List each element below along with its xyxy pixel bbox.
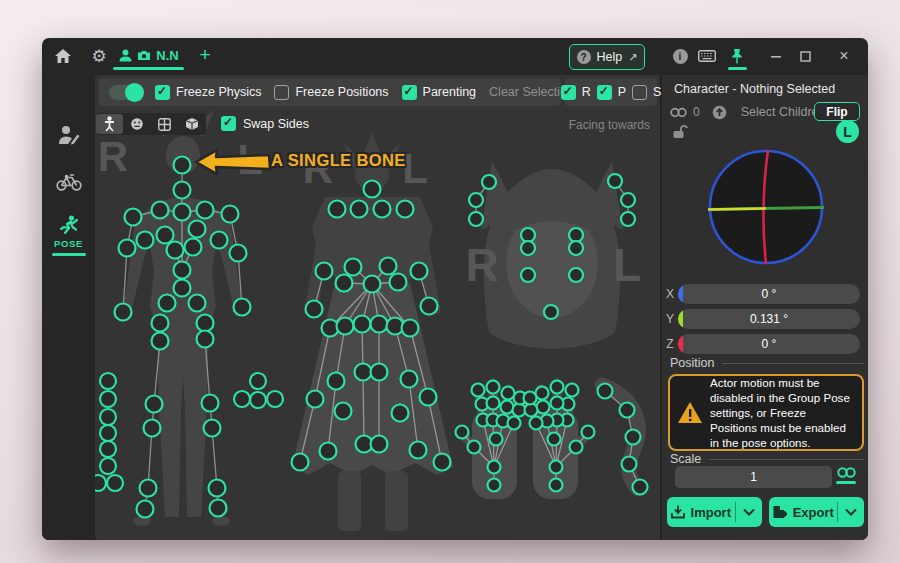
bone-dot-face[interactable] <box>521 241 535 255</box>
bone-dot-body-front[interactable] <box>222 206 239 223</box>
bone-dot-body-back-armored[interactable] <box>336 275 353 292</box>
bone-dot-hand-right[interactable] <box>550 461 563 474</box>
bone-dot-face[interactable] <box>469 212 483 226</box>
bone-dot-body-front[interactable] <box>174 280 191 297</box>
bone-dot-body-front[interactable] <box>197 202 214 219</box>
view-body-button[interactable] <box>96 114 123 134</box>
help-button[interactable]: ? Help ↗ <box>569 44 645 70</box>
bone-dot-body-back-armored[interactable] <box>345 259 362 276</box>
bone-dot-body-front[interactable] <box>115 304 132 321</box>
import-button[interactable]: Import <box>667 497 762 527</box>
side-badge[interactable]: L <box>836 120 859 143</box>
bone-dot-tail[interactable] <box>598 384 613 399</box>
add-tab-button[interactable]: + <box>194 43 216 67</box>
bone-dot-body-front[interactable] <box>174 204 191 221</box>
bone-dot-face[interactable] <box>521 268 535 282</box>
bone-dot-body-back-armored[interactable] <box>335 403 352 420</box>
export-button[interactable]: Export <box>769 497 864 527</box>
bone-dot-body-back-armored[interactable] <box>401 371 418 388</box>
bone-dot-hand-left[interactable] <box>487 397 500 410</box>
close-button[interactable]: × <box>833 45 855 67</box>
bone-dot-hand-left[interactable] <box>487 381 500 394</box>
bone-dot-hair-chain[interactable] <box>100 458 116 474</box>
bone-dot-body-back-armored[interactable] <box>380 258 397 275</box>
bone-dot-hand-right[interactable] <box>524 392 537 405</box>
bone-dot-face[interactable] <box>569 268 583 282</box>
bone-dot-hand-right[interactable] <box>551 381 564 394</box>
bone-dot-face[interactable] <box>569 241 583 255</box>
gizmo-yellow-axis[interactable] <box>708 209 766 210</box>
bone-dot-face[interactable] <box>621 193 635 207</box>
bone-dot-body-back-armored[interactable] <box>411 263 428 280</box>
bone-dot-body-front[interactable] <box>140 480 157 497</box>
bone-dot-hand-right[interactable] <box>551 397 564 410</box>
bone-dot-face[interactable] <box>608 174 622 188</box>
bone-dot-body-back-armored[interactable] <box>329 201 346 218</box>
bone-dot-face[interactable] <box>469 193 483 207</box>
bone-dot-body-front[interactable] <box>230 245 247 262</box>
bone-dot-hair-chain[interactable] <box>107 475 123 491</box>
bone-dot-body-back-armored[interactable] <box>364 276 381 293</box>
bone-dot-tail[interactable] <box>626 430 641 445</box>
bone-dot-hand-left[interactable] <box>456 426 469 439</box>
settings-button[interactable]: ⚙ <box>88 45 110 67</box>
sidebar-tab-pose[interactable]: POSE <box>42 215 95 256</box>
bone-dot-body-back-armored[interactable] <box>402 320 419 337</box>
bone-dot-body-front[interactable] <box>174 262 191 279</box>
x-rotation-input[interactable]: 0 ° <box>678 284 860 304</box>
home-button[interactable] <box>52 45 74 67</box>
bone-dot-body-back-armored[interactable] <box>292 454 309 471</box>
bone-dot-body-front[interactable] <box>119 240 136 257</box>
bone-dot-body-front[interactable] <box>185 239 202 256</box>
bone-dot-hand-right[interactable] <box>570 441 583 454</box>
bone-dot-hair-chain[interactable] <box>100 391 116 407</box>
parenting-checkbox[interactable]: Parenting <box>402 85 477 100</box>
bone-dot-body-back-armored[interactable] <box>374 201 391 218</box>
bone-dot-hand-right[interactable] <box>548 433 561 446</box>
bone-dot-body-back-armored[interactable] <box>337 318 354 335</box>
bone-dot-hand-left[interactable] <box>501 401 514 414</box>
bone-dot-body-back-armored[interactable] <box>410 442 427 459</box>
bone-dot-face[interactable] <box>569 228 583 242</box>
bone-dot-face[interactable] <box>621 212 635 226</box>
undo-button[interactable]: ↺ <box>42 537 95 540</box>
bone-dot-body-back-armored[interactable] <box>354 316 371 333</box>
bone-dot-body-front[interactable] <box>189 295 206 312</box>
bone-dot-body-front[interactable] <box>202 395 219 412</box>
bone-dot-hand-left[interactable] <box>490 433 503 446</box>
bone-dot-hair-chain[interactable] <box>267 391 283 407</box>
bone-dot-hand-right[interactable] <box>582 426 595 439</box>
bone-dot-face[interactable] <box>544 305 558 319</box>
freeze-positions-checkbox[interactable]: Freeze Positions <box>274 85 388 100</box>
view-face-button[interactable] <box>124 114 151 134</box>
bone-dot-hand-right[interactable] <box>530 417 543 430</box>
bone-dot-hair-chain[interactable] <box>100 425 116 441</box>
bone-dot-body-back-armored[interactable] <box>371 316 388 333</box>
bone-dot-body-front[interactable] <box>174 157 191 174</box>
bone-scene[interactable]: RLRLRL <box>95 75 660 540</box>
bone-dot-hand-right[interactable] <box>537 401 550 414</box>
lock-toggle[interactable] <box>672 124 688 142</box>
position-filter-checkbox[interactable]: P <box>597 85 626 100</box>
bone-dot-tail[interactable] <box>622 457 637 472</box>
bone-dot-body-back-armored[interactable] <box>371 364 388 381</box>
bone-dot-body-front[interactable] <box>174 182 191 199</box>
bone-dot-body-front[interactable] <box>211 232 228 249</box>
bone-dot-body-back-armored[interactable] <box>328 373 345 390</box>
y-rotation-input[interactable]: 0.131 ° <box>678 309 860 329</box>
keyboard-shortcuts-button[interactable] <box>696 45 718 67</box>
bone-dot-body-front[interactable] <box>167 242 184 259</box>
bone-dot-body-front[interactable] <box>137 232 154 249</box>
bone-dot-body-back-armored[interactable] <box>390 274 407 291</box>
tab-actor[interactable]: N.N <box>113 43 185 67</box>
bone-dot-body-front[interactable] <box>159 295 176 312</box>
bone-dot-body-front[interactable] <box>125 209 142 226</box>
export-menu-button[interactable] <box>838 508 864 516</box>
info-button[interactable]: i <box>669 45 691 67</box>
bone-dot-body-front[interactable] <box>152 202 169 219</box>
bone-dot-body-front[interactable] <box>144 420 161 437</box>
scale-filter-checkbox[interactable]: S <box>632 85 661 100</box>
maximize-button[interactable] <box>794 45 816 67</box>
view-props-button[interactable] <box>178 114 205 134</box>
bone-dot-hair-chain[interactable] <box>234 391 250 407</box>
